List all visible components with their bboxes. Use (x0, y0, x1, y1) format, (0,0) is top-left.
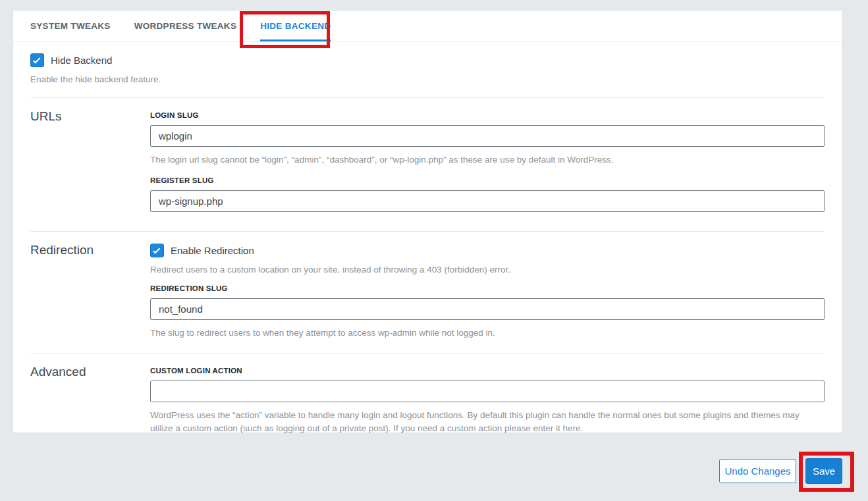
hide-backend-checkbox-row: Hide Backend (30, 53, 825, 67)
section-advanced: Advanced CUSTOM LOGIN ACTION WordPress u… (30, 354, 825, 450)
enable-redirection-description: Redirect users to a custom location on y… (150, 265, 825, 275)
register-slug-label: REGISTER SLUG (150, 176, 825, 184)
hide-backend-checkbox-label: Hide Backend (51, 55, 112, 66)
custom-login-action-input[interactable] (150, 381, 825, 402)
section-body-advanced: CUSTOM LOGIN ACTION WordPress uses the “… (150, 364, 825, 450)
hide-backend-enable-block: Hide Backend Enable the hide backend fea… (30, 41, 825, 98)
custom-login-action-help: WordPress uses the “action” variable to … (150, 409, 825, 435)
redirection-slug-input[interactable] (150, 298, 825, 320)
checkmark-icon (153, 246, 160, 253)
enable-redirection-checkbox-row: Enable Redirection (150, 244, 825, 257)
register-slug-input[interactable] (150, 190, 825, 212)
section-body-urls: LOGIN SLUG The login url slug cannot be … (150, 109, 825, 231)
enable-redirection-checkbox-label: Enable Redirection (171, 245, 254, 256)
hide-backend-description: Enable the hide backend feature. (30, 74, 825, 84)
undo-changes-button[interactable]: Undo Changes (719, 459, 796, 483)
section-redirection: Redirection Enable Redirection Redirect … (30, 232, 825, 354)
save-button[interactable]: Save (805, 458, 842, 484)
checkmark-icon (33, 56, 40, 63)
redirection-slug-label: REDIRECTION SLUG (150, 284, 825, 292)
tab-hide-backend[interactable]: HIDE BACKEND (260, 11, 331, 41)
settings-card: SYSTEM TWEAKS WORDPRESS TWEAKS HIDE BACK… (13, 10, 843, 433)
hide-backend-checkbox[interactable] (30, 53, 44, 67)
section-title-advanced: Advanced (30, 364, 150, 450)
custom-login-action-label: CUSTOM LOGIN ACTION (150, 367, 825, 375)
enable-redirection-checkbox[interactable] (150, 244, 164, 257)
login-slug-input[interactable] (150, 125, 825, 147)
login-slug-help: The login url slug cannot be “login”, “a… (150, 153, 825, 167)
section-title-urls: URLs (30, 109, 150, 231)
login-slug-label: LOGIN SLUG (150, 111, 825, 119)
tab-wordpress-tweaks[interactable]: WORDPRESS TWEAKS (134, 11, 237, 41)
section-title-redirection: Redirection (30, 242, 150, 354)
tab-system-tweaks[interactable]: SYSTEM TWEAKS (30, 11, 111, 41)
section-urls: URLs LOGIN SLUG The login url slug canno… (30, 98, 825, 232)
redirection-slug-help: The slug to redirect users to when they … (150, 327, 825, 340)
section-body-redirection: Enable Redirection Redirect users to a c… (150, 242, 825, 354)
tab-bar: SYSTEM TWEAKS WORDPRESS TWEAKS HIDE BACK… (13, 11, 842, 41)
